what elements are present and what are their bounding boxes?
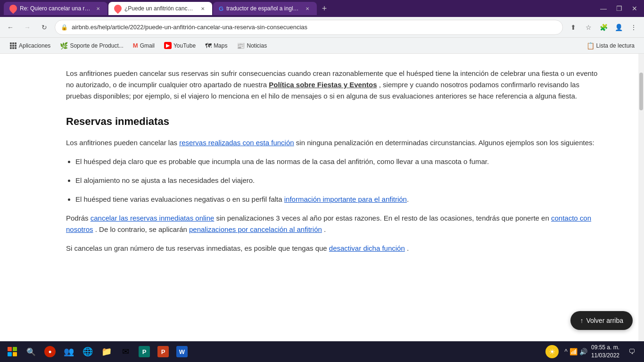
scrollbar-thumb[interactable] [639,73,643,110]
bookmark-youtube[interactable]: ▶ YouTube [160,40,199,51]
taskbar-word[interactable]: W [173,343,190,360]
tab-row: Re: Quiero cancelar una reserva ✕ ¿Puede… [4,2,595,15]
url-bar[interactable]: 🔒 airbnb.es/help/article/2022/puede-un-a… [55,20,563,35]
noticias-icon: 📰 [237,42,245,49]
reservas-link[interactable]: reservas realizadas con esta función [179,139,294,147]
section-title: Reservas inmediatas [66,113,601,130]
taskbar-cortana[interactable]: ● [41,343,58,360]
windows-logo-icon [8,347,17,356]
bookmark-soporte[interactable]: 🌿 Soporte de Product... [56,40,127,51]
system-tray: ☀ ^ 📶 🔊 09:55 a. m. 11/03/2022 🗨 [545,343,640,360]
section-intro-text-2: sin ninguna penalización en determinadas… [296,139,594,147]
section-intro-text-1: Los anfitriones pueden cancelar las [66,139,179,147]
file-explorer-icon: 📁 [101,346,112,357]
cancelar-link[interactable]: cancelar las reservas inmediatas online [91,214,215,222]
soporte-label: Soporte de Product... [70,42,123,49]
profile-button[interactable]: 👤 [612,21,625,34]
forward-button[interactable]: → [21,21,34,34]
tab-1-close[interactable]: ✕ [94,5,102,12]
footer-text-1c: . De lo contrario, se aplicarán [95,225,189,233]
taskbar-edge[interactable]: 🌐 [79,343,96,360]
notification-icon: 🗨 [628,348,635,355]
footer-text-1a: Podrás [66,214,91,222]
noticias-label: Noticias [247,42,267,49]
taskbar-file-explorer[interactable]: 📁 [98,343,115,360]
cortana-icon: ● [44,346,56,357]
penalizaciones-link[interactable]: penalizaciones por cancelación al anfitr… [189,225,322,233]
network-icon[interactable]: 📶 [570,348,578,355]
bullet-item-1: El huésped deja claro que es probable qu… [75,156,601,167]
share-button[interactable]: ⬆ [567,21,580,34]
window-controls: — ❐ ✕ [597,4,640,13]
bookmark-button[interactable]: ☆ [582,21,595,34]
taskbar-powerpoint[interactable]: P [155,343,172,360]
bookmark-gmail[interactable]: M Gmail [129,40,158,51]
maps-icon: 🗺 [205,42,212,49]
gmail-icon: M [133,42,138,49]
addressbar: ← → ↻ 🔒 airbnb.es/help/article/2022/pued… [0,17,644,38]
close-button[interactable]: ✕ [629,4,640,13]
maps-label: Maps [214,42,227,49]
extensions-button[interactable]: 🧩 [597,21,610,34]
tab-1-title: Re: Quiero cancelar una reserva [20,5,91,12]
publisher-icon: P [139,346,150,357]
taskbar-publisher[interactable]: P [136,343,153,360]
date-display: 11/03/2022 [591,352,619,360]
tab-2-close[interactable]: ✕ [199,5,206,12]
minimize-button[interactable]: — [597,4,610,13]
new-tab-button[interactable]: + [318,2,331,15]
politica-link[interactable]: Política sobre Fiestas y Eventos [269,81,377,89]
taskbar: 🔍 ● 👥 🌐 📁 ✉ P P W ☀ ^ 📶 🔊 09:55 a. m. 11… [0,341,644,362]
youtube-icon: ▶ [164,42,172,49]
volume-icon[interactable]: 🔊 [579,348,587,355]
informacion-link[interactable]: información importante para el anfitrión [284,195,407,203]
main-area: Los anfitriones pueden cancelar sus rese… [0,54,644,341]
apps-grid-icon [9,42,17,49]
gmail-label: Gmail [140,42,155,49]
start-button[interactable] [4,343,21,360]
scrollbar[interactable] [638,54,644,341]
sys-icons: ^ 📶 🔊 [564,348,587,355]
back-to-top-label: Volver arriba [586,317,623,324]
section-intro-paragraph: Los anfitriones pueden cancelar las rese… [66,137,601,148]
reading-list-label: Lista de lectura [596,42,635,49]
taskbar-mail[interactable]: ✉ [117,343,134,360]
chevron-up-icon[interactable]: ^ [564,348,568,355]
desactivar-link[interactable]: desactivar dicha función [329,244,405,252]
back-to-top-arrow: ↑ [580,317,583,324]
notification-button[interactable]: 🗨 [623,343,640,360]
weather-icon: ☀ [545,345,559,358]
footer-text-1d: . [324,225,326,233]
tab-3-title: traductor de español a ingles - B... [226,5,301,12]
time-date-display[interactable]: 09:55 a. m. 11/03/2022 [591,344,619,360]
refresh-button[interactable]: ↻ [38,21,51,34]
mail-icon: ✉ [122,346,129,357]
back-button[interactable]: ← [4,21,17,34]
reading-list-button[interactable]: 📋 Lista de lectura [583,40,638,51]
taskbar-teams[interactable]: 👥 [60,343,77,360]
bullet-item-3: El huésped tiene varias evaluaciones neg… [75,194,601,205]
intro-paragraph: Los anfitriones pueden cancelar sus rese… [66,68,601,102]
page-content: Los anfitriones pueden cancelar sus rese… [0,54,638,341]
bullet-item-2: El alojamiento no se ajusta a las necesi… [75,175,601,186]
bookmark-noticias[interactable]: 📰 Noticias [233,40,271,51]
tab-1[interactable]: Re: Quiero cancelar una reserva ✕ [4,2,107,15]
search-icon: 🔍 [26,347,36,356]
google-icon-tab3: G [219,5,223,12]
tab-3[interactable]: G traductor de español a ingles - B... ✕ [213,2,317,15]
lock-icon: 🔒 [61,24,68,31]
airbnb-icon-tab1 [8,3,19,14]
menu-button[interactable]: ⋮ [627,21,640,34]
taskbar-search-button[interactable]: 🔍 [23,343,40,360]
bookmark-maps[interactable]: 🗺 Maps [201,40,231,51]
teams-icon: 👥 [64,346,74,357]
maximize-button[interactable]: ❐ [613,4,625,13]
tab-2-title: ¿Puede un anfitrión cancelar una... [124,5,196,12]
tab-2[interactable]: ¿Puede un anfitrión cancelar una... ✕ [108,2,212,15]
word-icon: W [176,346,188,357]
apps-button[interactable]: Aplicaciones [6,40,54,51]
time-display: 09:55 a. m. [591,344,619,352]
footer-paragraph-1: Podrás cancelar las reservas inmediatas … [66,213,601,235]
back-to-top-button[interactable]: ↑ Volver arriba [570,311,633,330]
tab-3-close[interactable]: ✕ [304,5,311,12]
